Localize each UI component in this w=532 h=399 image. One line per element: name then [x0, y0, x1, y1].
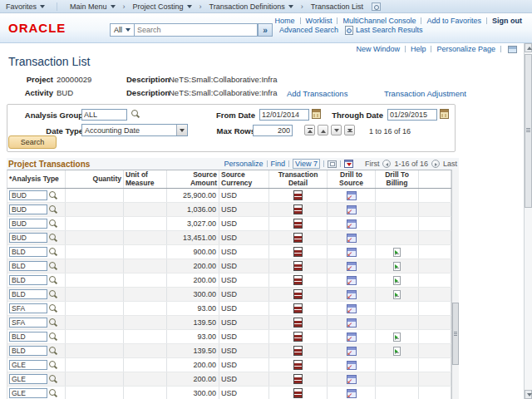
- transaction-detail-icon[interactable]: [293, 247, 303, 257]
- max-rows-input[interactable]: [253, 125, 293, 136]
- lookup-icon[interactable]: [49, 290, 58, 299]
- drill-to-billing-icon[interactable]: [393, 290, 401, 299]
- lookup-icon[interactable]: [49, 361, 58, 370]
- analysis-type-input[interactable]: [9, 388, 47, 398]
- analysis-type-input[interactable]: [9, 219, 47, 229]
- personalize-link[interactable]: Personalize: [224, 160, 264, 168]
- drill-to-billing-icon[interactable]: [393, 332, 401, 342]
- rows-first-chunk-button[interactable]: [304, 125, 315, 135]
- lookup-icon[interactable]: [49, 262, 58, 271]
- lookup-icon[interactable]: [49, 276, 58, 285]
- page-link-help[interactable]: Help: [411, 45, 426, 53]
- scroll-down-button[interactable]: [525, 390, 532, 399]
- drill-to-source-icon[interactable]: ↙: [347, 205, 357, 214]
- transaction-detail-icon[interactable]: [293, 275, 303, 285]
- analysis-type-input[interactable]: [9, 318, 47, 328]
- lookup-icon[interactable]: [49, 219, 58, 229]
- page-link-new-window[interactable]: New Window: [356, 45, 400, 53]
- lookup-icon[interactable]: [49, 332, 58, 342]
- transaction-detail-icon[interactable]: [293, 303, 303, 313]
- drill-to-source-icon[interactable]: ↙: [347, 248, 357, 257]
- transaction-adjustment-link[interactable]: Transaction Adjustment: [384, 89, 466, 98]
- breadcrumb-item-project-costing[interactable]: Project Costing: [127, 2, 198, 11]
- breadcrumb-search-icon[interactable]: [372, 2, 381, 11]
- rows-previous-chunk-button[interactable]: [318, 125, 328, 135]
- add-transactions-link[interactable]: Add Transactions: [287, 89, 347, 98]
- drill-to-source-icon[interactable]: ↙: [347, 375, 357, 384]
- transaction-detail-icon[interactable]: [293, 360, 303, 370]
- search-input[interactable]: [135, 23, 258, 37]
- transaction-detail-icon[interactable]: [293, 346, 303, 356]
- transaction-detail-icon[interactable]: [293, 374, 303, 384]
- analysis-type-input[interactable]: [9, 360, 47, 370]
- lookup-icon[interactable]: [49, 205, 58, 214]
- transaction-detail-icon[interactable]: [293, 219, 303, 229]
- drill-to-source-icon[interactable]: ↙: [347, 347, 357, 356]
- lookup-icon[interactable]: [49, 234, 58, 243]
- breadcrumb-item-main-menu[interactable]: Main Menu: [64, 2, 121, 11]
- drill-to-source-icon[interactable]: ↙: [347, 219, 357, 229]
- drill-to-source-icon[interactable]: ↙: [347, 191, 357, 200]
- lookup-icon[interactable]: [49, 347, 58, 356]
- transaction-detail-icon[interactable]: [293, 318, 303, 328]
- search-scope-select[interactable]: All: [110, 23, 135, 37]
- rows-next-chunk-button[interactable]: [331, 125, 342, 135]
- drill-to-source-icon[interactable]: ↙: [347, 262, 357, 271]
- page-scrollbar-thumb[interactable]: [525, 54, 532, 208]
- analysis-type-input[interactable]: [9, 190, 47, 200]
- analysis-type-input[interactable]: [9, 233, 47, 243]
- next-page-icon[interactable]: [431, 160, 440, 168]
- search-button[interactable]: Search: [8, 135, 57, 149]
- find-link[interactable]: Find: [271, 160, 286, 168]
- transaction-detail-icon[interactable]: [293, 204, 303, 214]
- popup-window-icon[interactable]: [328, 160, 337, 168]
- breadcrumb-item-transaction-definitions[interactable]: Transaction Definitions: [204, 2, 299, 11]
- analysis-type-input[interactable]: [9, 374, 47, 384]
- through-date-calendar-icon[interactable]: [440, 109, 449, 119]
- lookup-icon[interactable]: [49, 191, 58, 200]
- grid-scrollbar-thumb[interactable]: [452, 303, 459, 365]
- drill-to-source-icon[interactable]: ↙: [347, 290, 357, 299]
- lookup-icon[interactable]: [49, 389, 58, 398]
- transaction-detail-icon[interactable]: [293, 190, 303, 200]
- view-all-link[interactable]: View 7: [293, 159, 320, 169]
- lookup-icon[interactable]: [49, 318, 58, 328]
- analysis-type-input[interactable]: [9, 346, 47, 356]
- page-scrollbar[interactable]: [524, 43, 532, 399]
- select-arrow-button[interactable]: [176, 125, 187, 135]
- analysis-type-input[interactable]: [9, 275, 47, 285]
- analysis-group-input[interactable]: [81, 109, 127, 121]
- last-search-results-link[interactable]: Last Search Results: [356, 26, 423, 34]
- transaction-detail-icon[interactable]: [293, 332, 303, 342]
- drill-to-billing-icon[interactable]: [393, 347, 401, 356]
- lookup-icon[interactable]: [49, 375, 58, 384]
- analysis-group-lookup-icon[interactable]: [131, 110, 140, 119]
- advanced-search-link[interactable]: Advanced Search: [279, 26, 338, 34]
- drill-to-source-icon[interactable]: ↙: [347, 361, 357, 370]
- breadcrumb-item-transaction-list[interactable]: Transaction List: [305, 2, 369, 11]
- drill-to-source-icon[interactable]: ↙: [347, 304, 357, 313]
- analysis-type-input[interactable]: [9, 332, 47, 342]
- lookup-icon[interactable]: [49, 248, 58, 257]
- download-to-excel-icon[interactable]: [344, 160, 353, 168]
- drill-to-source-icon[interactable]: ↙: [347, 234, 357, 243]
- grid-scrollbar[interactable]: [451, 170, 459, 399]
- analysis-type-input[interactable]: [9, 204, 47, 214]
- transaction-detail-icon[interactable]: [293, 233, 303, 243]
- date-type-select[interactable]: Accounting Date: [81, 124, 188, 136]
- drill-to-billing-icon[interactable]: [393, 276, 401, 285]
- analysis-type-input[interactable]: [9, 247, 47, 257]
- header-link-add-to-favorites[interactable]: Add to Favorites: [426, 17, 481, 25]
- drill-to-source-icon[interactable]: ↙: [347, 332, 357, 342]
- analysis-type-input[interactable]: [9, 289, 47, 299]
- last-link[interactable]: Last: [443, 160, 457, 168]
- from-date-calendar-icon[interactable]: [312, 109, 321, 119]
- page-link-personalize-page[interactable]: Personalize Page: [436, 45, 495, 53]
- drill-to-billing-icon[interactable]: [393, 248, 401, 257]
- drill-to-billing-icon[interactable]: [393, 262, 401, 271]
- drill-to-source-icon[interactable]: ↙: [347, 318, 357, 328]
- breadcrumb-item-favorites[interactable]: Favorites: [0, 2, 57, 11]
- analysis-type-input[interactable]: [9, 303, 47, 313]
- scroll-up-button[interactable]: [525, 43, 532, 52]
- drill-to-source-icon[interactable]: ↙: [347, 389, 357, 398]
